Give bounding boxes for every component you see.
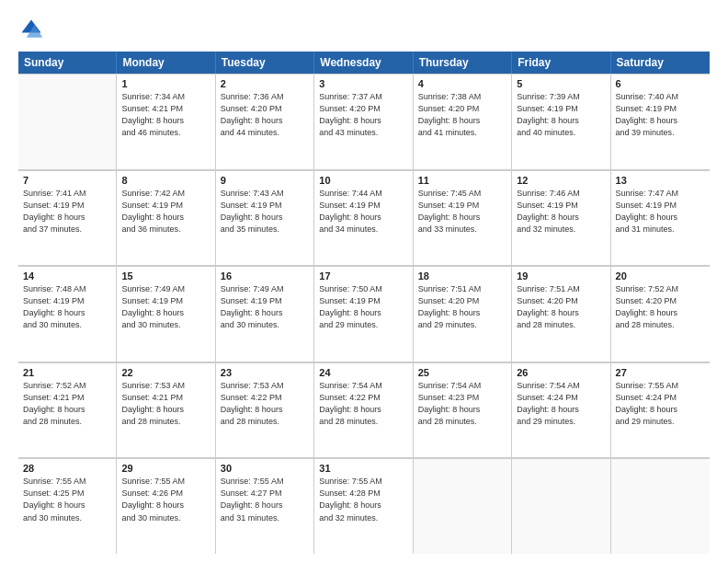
day-info: Sunrise: 7:49 AM Sunset: 4:19 PM Dayligh… xyxy=(121,283,210,331)
day-cell-3: 3Sunrise: 7:37 AM Sunset: 4:20 PM Daylig… xyxy=(314,75,413,169)
day-cell-21: 21Sunrise: 7:52 AM Sunset: 4:21 PM Dayli… xyxy=(18,363,117,458)
day-number: 17 xyxy=(319,270,407,282)
day-cell-4: 4Sunrise: 7:38 AM Sunset: 4:20 PM Daylig… xyxy=(414,75,512,169)
day-info: Sunrise: 7:38 AM Sunset: 4:20 PM Dayligh… xyxy=(418,91,506,139)
week-row-1: 1Sunrise: 7:34 AM Sunset: 4:21 PM Daylig… xyxy=(18,74,710,170)
day-cell-28: 28Sunrise: 7:55 AM Sunset: 4:25 PM Dayli… xyxy=(18,459,117,554)
day-info: Sunrise: 7:54 AM Sunset: 4:22 PM Dayligh… xyxy=(319,380,407,428)
day-info: Sunrise: 7:53 AM Sunset: 4:22 PM Dayligh… xyxy=(221,380,309,428)
day-number: 25 xyxy=(418,367,506,378)
day-number: 14 xyxy=(23,270,111,282)
day-info: Sunrise: 7:34 AM Sunset: 4:21 PM Dayligh… xyxy=(121,91,210,139)
day-cell-14: 14Sunrise: 7:48 AM Sunset: 4:19 PM Dayli… xyxy=(18,267,117,362)
day-cell-13: 13Sunrise: 7:47 AM Sunset: 4:19 PM Dayli… xyxy=(611,171,710,266)
header-day-sunday: Sunday xyxy=(18,52,117,74)
calendar-body: 1Sunrise: 7:34 AM Sunset: 4:21 PM Daylig… xyxy=(18,74,710,554)
day-number: 30 xyxy=(221,463,309,474)
day-cell-22: 22Sunrise: 7:53 AM Sunset: 4:21 PM Dayli… xyxy=(117,363,215,458)
day-cell-2: 2Sunrise: 7:36 AM Sunset: 4:20 PM Daylig… xyxy=(216,75,314,169)
day-number: 5 xyxy=(517,78,605,89)
header-day-thursday: Thursday xyxy=(414,52,512,74)
day-cell-25: 25Sunrise: 7:54 AM Sunset: 4:23 PM Dayli… xyxy=(414,363,512,458)
day-info: Sunrise: 7:40 AM Sunset: 4:19 PM Dayligh… xyxy=(616,91,705,139)
day-info: Sunrise: 7:54 AM Sunset: 4:23 PM Dayligh… xyxy=(418,380,506,428)
day-info: Sunrise: 7:55 AM Sunset: 4:25 PM Dayligh… xyxy=(23,476,111,523)
day-cell-29: 29Sunrise: 7:55 AM Sunset: 4:26 PM Dayli… xyxy=(117,459,215,554)
day-number: 11 xyxy=(418,175,506,186)
day-number: 19 xyxy=(517,270,605,282)
day-number: 10 xyxy=(319,175,407,186)
calendar-header: SundayMondayTuesdayWednesdayThursdayFrid… xyxy=(18,52,710,74)
header xyxy=(18,17,710,42)
logo xyxy=(18,17,48,42)
day-info: Sunrise: 7:55 AM Sunset: 4:27 PM Dayligh… xyxy=(221,476,309,523)
day-number: 12 xyxy=(517,175,605,186)
day-number: 2 xyxy=(221,78,309,89)
day-number: 15 xyxy=(121,270,210,282)
day-number: 31 xyxy=(319,463,407,474)
day-cell-31: 31Sunrise: 7:55 AM Sunset: 4:28 PM Dayli… xyxy=(314,459,413,554)
day-info: Sunrise: 7:55 AM Sunset: 4:26 PM Dayligh… xyxy=(121,476,210,523)
day-cell-24: 24Sunrise: 7:54 AM Sunset: 4:22 PM Dayli… xyxy=(314,363,413,458)
day-number: 13 xyxy=(616,175,705,186)
day-number: 26 xyxy=(517,367,605,378)
day-cell-18: 18Sunrise: 7:51 AM Sunset: 4:20 PM Dayli… xyxy=(414,267,512,362)
day-cell-19: 19Sunrise: 7:51 AM Sunset: 4:20 PM Dayli… xyxy=(512,267,610,362)
day-info: Sunrise: 7:52 AM Sunset: 4:20 PM Dayligh… xyxy=(616,283,705,331)
header-day-wednesday: Wednesday xyxy=(314,52,413,74)
empty-cell xyxy=(18,75,117,169)
day-cell-26: 26Sunrise: 7:54 AM Sunset: 4:24 PM Dayli… xyxy=(512,363,610,458)
day-cell-5: 5Sunrise: 7:39 AM Sunset: 4:19 PM Daylig… xyxy=(512,75,610,169)
header-day-monday: Monday xyxy=(117,52,215,74)
day-info: Sunrise: 7:49 AM Sunset: 4:19 PM Dayligh… xyxy=(221,283,309,331)
day-number: 27 xyxy=(616,367,705,378)
day-info: Sunrise: 7:54 AM Sunset: 4:24 PM Dayligh… xyxy=(517,380,605,428)
day-number: 23 xyxy=(221,367,309,378)
day-info: Sunrise: 7:55 AM Sunset: 4:24 PM Dayligh… xyxy=(616,380,705,428)
day-number: 6 xyxy=(616,78,705,89)
day-cell-1: 1Sunrise: 7:34 AM Sunset: 4:21 PM Daylig… xyxy=(117,75,215,169)
day-number: 22 xyxy=(121,367,210,378)
empty-cell xyxy=(414,459,512,554)
day-number: 3 xyxy=(319,78,407,89)
logo-icon xyxy=(18,17,44,42)
day-cell-8: 8Sunrise: 7:42 AM Sunset: 4:19 PM Daylig… xyxy=(117,171,215,266)
day-cell-16: 16Sunrise: 7:49 AM Sunset: 4:19 PM Dayli… xyxy=(216,267,314,362)
day-cell-9: 9Sunrise: 7:43 AM Sunset: 4:19 PM Daylig… xyxy=(216,171,314,266)
day-number: 8 xyxy=(121,175,210,186)
header-day-friday: Friday xyxy=(512,52,610,74)
day-number: 9 xyxy=(221,175,309,186)
empty-cell xyxy=(512,459,610,554)
week-row-2: 7Sunrise: 7:41 AM Sunset: 4:19 PM Daylig… xyxy=(18,170,710,267)
day-info: Sunrise: 7:51 AM Sunset: 4:20 PM Dayligh… xyxy=(517,283,605,331)
day-cell-10: 10Sunrise: 7:44 AM Sunset: 4:19 PM Dayli… xyxy=(314,171,413,266)
day-number: 7 xyxy=(23,175,111,186)
day-cell-17: 17Sunrise: 7:50 AM Sunset: 4:19 PM Dayli… xyxy=(314,267,413,362)
day-info: Sunrise: 7:41 AM Sunset: 4:19 PM Dayligh… xyxy=(23,188,111,236)
header-day-saturday: Saturday xyxy=(611,52,710,74)
day-info: Sunrise: 7:53 AM Sunset: 4:21 PM Dayligh… xyxy=(121,380,210,428)
day-info: Sunrise: 7:55 AM Sunset: 4:28 PM Dayligh… xyxy=(319,476,407,523)
day-info: Sunrise: 7:52 AM Sunset: 4:21 PM Dayligh… xyxy=(23,380,111,428)
day-number: 28 xyxy=(23,463,111,474)
empty-cell xyxy=(611,459,710,554)
day-info: Sunrise: 7:50 AM Sunset: 4:19 PM Dayligh… xyxy=(319,283,407,331)
day-info: Sunrise: 7:42 AM Sunset: 4:19 PM Dayligh… xyxy=(121,188,210,236)
day-info: Sunrise: 7:46 AM Sunset: 4:19 PM Dayligh… xyxy=(517,188,605,236)
day-cell-7: 7Sunrise: 7:41 AM Sunset: 4:19 PM Daylig… xyxy=(18,171,117,266)
day-info: Sunrise: 7:44 AM Sunset: 4:19 PM Dayligh… xyxy=(319,188,407,236)
week-row-4: 21Sunrise: 7:52 AM Sunset: 4:21 PM Dayli… xyxy=(18,362,710,459)
day-info: Sunrise: 7:48 AM Sunset: 4:19 PM Dayligh… xyxy=(23,283,111,331)
week-row-3: 14Sunrise: 7:48 AM Sunset: 4:19 PM Dayli… xyxy=(18,266,710,362)
day-info: Sunrise: 7:43 AM Sunset: 4:19 PM Dayligh… xyxy=(221,188,309,236)
header-day-tuesday: Tuesday xyxy=(216,52,314,74)
day-cell-30: 30Sunrise: 7:55 AM Sunset: 4:27 PM Dayli… xyxy=(216,459,314,554)
week-row-5: 28Sunrise: 7:55 AM Sunset: 4:25 PM Dayli… xyxy=(18,458,710,554)
day-cell-15: 15Sunrise: 7:49 AM Sunset: 4:19 PM Dayli… xyxy=(117,267,215,362)
day-cell-20: 20Sunrise: 7:52 AM Sunset: 4:20 PM Dayli… xyxy=(611,267,710,362)
day-info: Sunrise: 7:47 AM Sunset: 4:19 PM Dayligh… xyxy=(616,188,705,236)
day-cell-6: 6Sunrise: 7:40 AM Sunset: 4:19 PM Daylig… xyxy=(611,75,710,169)
day-number: 18 xyxy=(418,270,506,282)
page: SundayMondayTuesdayWednesdayThursdayFrid… xyxy=(0,0,728,563)
day-cell-27: 27Sunrise: 7:55 AM Sunset: 4:24 PM Dayli… xyxy=(611,363,710,458)
